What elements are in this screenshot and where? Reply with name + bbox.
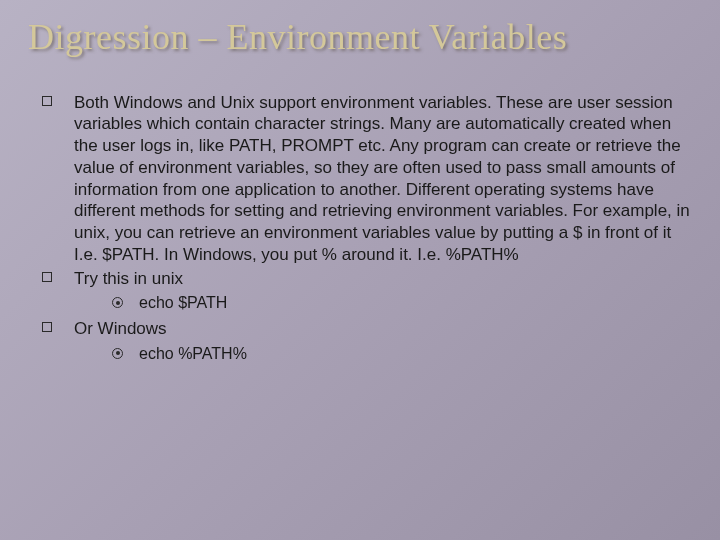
sub-bullet-text: echo %PATH%: [139, 344, 692, 365]
square-bullet-icon: [42, 272, 52, 282]
bullet-text: Try this in unix: [74, 268, 692, 290]
bullet-item: Or Windows: [42, 318, 692, 340]
sub-bullet-item: echo $PATH: [112, 293, 692, 314]
sub-bullet-item: echo %PATH%: [112, 344, 692, 365]
slide: Digression – Environment Variables Both …: [0, 0, 720, 540]
slide-title: Digression – Environment Variables: [28, 18, 692, 58]
slide-content: Both Windows and Unix support environmen…: [28, 92, 692, 365]
square-bullet-icon: [42, 322, 52, 332]
circle-dot-bullet-icon: [112, 297, 123, 308]
bullet-item: Both Windows and Unix support environmen…: [42, 92, 692, 266]
sub-bullet-text: echo $PATH: [139, 293, 692, 314]
circle-dot-bullet-icon: [112, 348, 123, 359]
bullet-item: Try this in unix: [42, 268, 692, 290]
square-bullet-icon: [42, 96, 52, 106]
bullet-text: Or Windows: [74, 318, 692, 340]
bullet-text: Both Windows and Unix support environmen…: [74, 92, 692, 266]
